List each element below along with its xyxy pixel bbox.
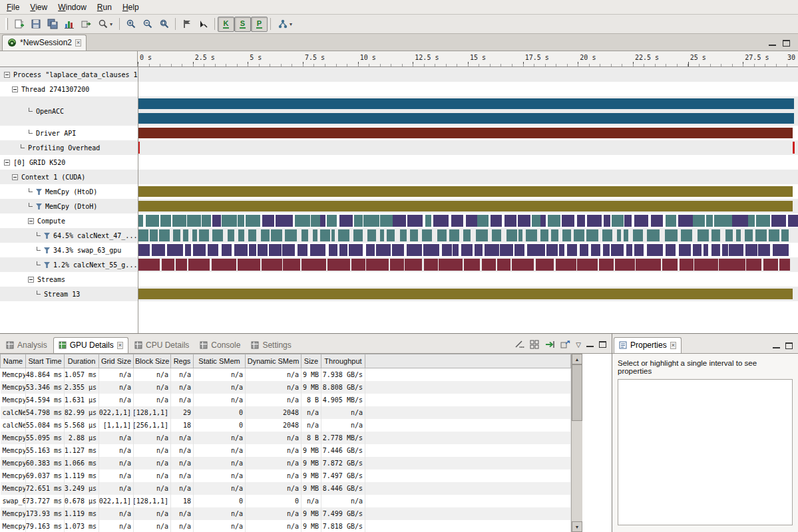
details-minimize-button[interactable] — [586, 342, 594, 347]
table-row[interactable]: Memcpy173.93 ms1.119 msn/an/an/an/an/a9 … — [1, 507, 571, 520]
timeline-lane[interactable] — [138, 287, 798, 301]
timeline-interval[interactable] — [482, 259, 496, 271]
timeline-interval[interactable] — [719, 259, 745, 271]
timeline-interval[interactable] — [193, 244, 206, 256]
timeline-interval[interactable] — [665, 229, 678, 241]
timeline-interval[interactable] — [138, 244, 150, 256]
edit-filter-icon[interactable] — [514, 340, 524, 349]
timeline-row[interactable]: [0] GRID K520 — [0, 155, 798, 170]
timeline-interval[interactable] — [711, 244, 720, 256]
timeline-interval[interactable] — [781, 229, 789, 241]
timeline-interval[interactable] — [586, 229, 598, 241]
column-header-regs[interactable]: Regs — [171, 354, 194, 368]
table-row[interactable]: Memcpy154.594 ms1.631 µsn/an/an/an/an/a8… — [1, 394, 571, 406]
save-all-button[interactable] — [44, 17, 61, 32]
timeline-interval[interactable] — [380, 229, 384, 241]
column-header-grid-size[interactable]: Grid Size — [99, 354, 134, 368]
timeline-interval[interactable] — [410, 229, 418, 241]
collapse-icon[interactable] — [12, 174, 18, 180]
timeline-interval[interactable] — [162, 259, 175, 271]
timeline-interval[interactable] — [172, 215, 186, 227]
collapse-icon[interactable] — [28, 277, 34, 283]
table-row[interactable]: Memcpy179.163 ms1.073 msn/an/an/an/an/a9… — [1, 520, 571, 532]
menu-item-window[interactable]: Window — [53, 1, 92, 14]
collapse-icon[interactable] — [4, 72, 10, 78]
collapse-icon[interactable] — [4, 160, 10, 166]
timeline-interval[interactable] — [376, 244, 391, 256]
timeline-interval[interactable] — [514, 244, 525, 256]
timeline-interval[interactable] — [546, 244, 557, 256]
column-header-dynamic-smem[interactable]: Dynamic SMem — [246, 354, 301, 368]
timeline-interval[interactable] — [208, 244, 219, 256]
properties-maximize-button[interactable] — [785, 342, 793, 349]
timeline-interval[interactable] — [504, 215, 516, 227]
timeline-interval[interactable] — [380, 215, 393, 227]
timeline-interval[interactable] — [706, 215, 713, 227]
column-header-throughput[interactable]: Throughput — [321, 354, 365, 368]
timeline-interval[interactable] — [694, 259, 718, 271]
timeline-interval[interactable] — [491, 215, 502, 227]
timeline-interval[interactable] — [442, 244, 452, 256]
timeline-interval[interactable] — [758, 244, 770, 256]
tab-settings[interactable]: Settings — [246, 338, 296, 353]
column-header-start-time[interactable]: Start Time — [26, 354, 65, 368]
timeline-interval[interactable] — [577, 215, 585, 227]
timeline-row[interactable]: Driver API — [0, 126, 798, 140]
timeline-interval[interactable] — [615, 259, 635, 271]
timeline-interval[interactable] — [662, 259, 678, 271]
timeline-interval[interactable] — [617, 229, 621, 241]
timeline-lane[interactable] — [138, 96, 798, 126]
tab-cpu-details[interactable]: CPU Details — [130, 338, 194, 353]
timeline-interval[interactable] — [329, 244, 337, 256]
timeline-interval[interactable] — [633, 229, 644, 241]
timeline-interval[interactable] — [405, 259, 422, 271]
timeline-interval[interactable] — [763, 259, 778, 271]
timeline-interval[interactable] — [587, 215, 602, 227]
timeline-interval[interactable] — [492, 229, 502, 241]
timeline-interval[interactable] — [301, 229, 309, 241]
overhead-interval[interactable] — [793, 142, 795, 154]
timeline-interval[interactable] — [693, 215, 705, 227]
timeline-interval[interactable] — [711, 229, 721, 241]
column-header-block-size[interactable]: Block Size — [134, 354, 171, 368]
timeline-row[interactable]: Thread 2741307200 — [0, 82, 798, 96]
timeline-interval[interactable] — [248, 229, 256, 241]
table-row[interactable]: Memcpy155.163 ms1.127 msn/an/an/an/an/a9… — [1, 444, 571, 457]
timeline-interval[interactable] — [393, 215, 406, 227]
menu-item-run[interactable]: Run — [92, 1, 117, 14]
timeline-interval[interactable] — [363, 215, 379, 227]
timeline-interval[interactable] — [500, 244, 513, 256]
group-view-icon[interactable] — [530, 340, 540, 349]
timeline-interval[interactable] — [725, 215, 731, 227]
timeline-interval[interactable] — [228, 229, 234, 241]
timeline-lane[interactable] — [138, 184, 798, 199]
timeline-interval[interactable] — [187, 215, 202, 227]
table-scrollbar[interactable]: ▲ ▼ — [571, 354, 582, 532]
timeline-interval[interactable] — [392, 244, 404, 256]
timeline-interval[interactable] — [745, 244, 757, 256]
timeline-interval[interactable] — [745, 229, 753, 241]
timeline-interval[interactable] — [788, 215, 798, 227]
timeline-interval[interactable] — [624, 229, 628, 241]
scroll-up-icon[interactable]: ▲ — [572, 354, 582, 364]
view-menu-icon[interactable]: ▽ — [576, 341, 581, 348]
timeline-lane[interactable] — [138, 67, 798, 82]
timeline-interval[interactable] — [562, 229, 571, 241]
timeline-row[interactable]: Compute — [0, 213, 798, 228]
timeline-interval[interactable] — [518, 215, 530, 227]
timeline-lane[interactable] — [138, 228, 798, 243]
timeline-interval[interactable] — [681, 229, 692, 241]
timeline-interval[interactable] — [262, 215, 274, 227]
export-button[interactable] — [77, 17, 94, 32]
timeline-interval[interactable] — [310, 244, 325, 256]
timeline-interval[interactable] — [349, 244, 363, 256]
timeline-interval[interactable] — [769, 229, 780, 241]
timeline-tree-cell[interactable]: Streams — [0, 272, 138, 287]
timeline-tree-cell[interactable]: Context 1 (CUDA) — [0, 170, 138, 184]
timeline-interval[interactable] — [160, 215, 171, 227]
table-row[interactable]: swap_63173.727 ms50.678 µs[1022,1,1][128… — [1, 495, 571, 507]
timeline-interval[interactable] — [634, 215, 648, 227]
details-maximize-button[interactable] — [599, 341, 606, 348]
timeline-interval[interactable] — [159, 229, 170, 241]
timeline-interval[interactable] — [666, 215, 676, 227]
